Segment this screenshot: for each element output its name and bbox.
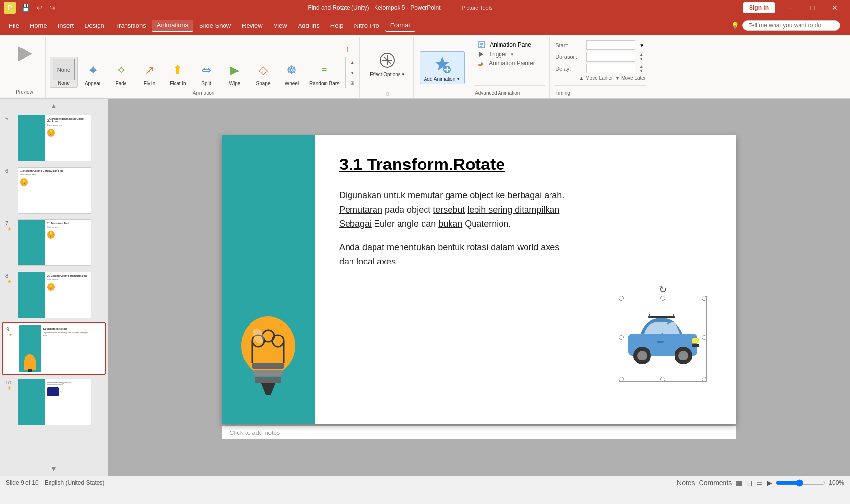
redo-button[interactable]: ↪ — [48, 4, 57, 12]
anim-split[interactable]: ⇔ Split — [193, 58, 220, 88]
menu-nitropro[interactable]: Nitro Pro — [350, 20, 384, 31]
trigger-btn[interactable]: Trigger ▼ — [475, 50, 545, 59]
lightbulb-icon: 💡 — [731, 22, 739, 29]
slide-canvas: 3.1 Transform.Rotate Digunakan untuk mem… — [222, 135, 736, 424]
anim-split-label: Split — [201, 81, 211, 86]
anim-flyin-label: Fly In — [144, 81, 155, 86]
start-arrow[interactable]: ▼ — [639, 43, 644, 48]
picture-tools-label: Picture Tools — [462, 5, 493, 11]
sign-in-button[interactable]: Sign in — [743, 2, 775, 13]
slide-6[interactable]: 6 1.2 Contoh Coding Gerak&Jalan.Find cod… — [2, 165, 106, 216]
delay-up[interactable]: ▲ — [639, 64, 643, 69]
anim-wipe[interactable]: ▶ Wipe — [221, 58, 249, 88]
menu-animations[interactable]: Animations — [152, 20, 193, 32]
duration-up[interactable]: ▲ — [639, 52, 643, 57]
scroll-up-arrow[interactable]: ▲ — [348, 57, 357, 67]
language-indicator: English (United States) — [45, 480, 105, 486]
maximize-button[interactable]: □ — [801, 0, 824, 16]
slide-5[interactable]: 5 1.03 Pendendekan Route Object dan Acce… — [2, 113, 106, 163]
slide-6-num: 6 — [5, 167, 13, 174]
animations-row: None None ✦ Appear ✧ Fade ↗ — [50, 39, 357, 88]
slide-9-star: ★ — [8, 332, 13, 337]
animation-pane-btn[interactable]: Animation Pane — [475, 39, 545, 50]
anim-none-label: None — [58, 80, 70, 86]
anim-fade[interactable]: ✧ Fade — [107, 58, 135, 88]
close-button[interactable]: ✕ — [824, 0, 846, 16]
slide-10[interactable]: 10 ★ World dapat menggunakan... Lorem ip… — [2, 377, 106, 427]
effect-options-group: Effect Options ▼ ⚙ — [362, 37, 414, 98]
menu-slideshow[interactable]: Slide Show — [194, 20, 236, 31]
svg-marker-25 — [261, 383, 275, 395]
effect-options-arrow: ▼ — [401, 72, 405, 77]
anim-randombars[interactable]: ≡ Random Bars — [306, 58, 342, 88]
slide-left-panel — [222, 135, 315, 424]
add-animation-label: Add Animation — [424, 76, 456, 82]
title-bar-left: P 💾 ↩ ↪ — [4, 2, 57, 14]
reorder-btns: ▲ Move Earlier ▼ Move Later — [555, 75, 646, 81]
undo-button[interactable]: ↩ — [35, 4, 45, 12]
duration-down[interactable]: ▼ — [639, 57, 643, 61]
timing-duration-row: Duration: ▲ ▼ — [555, 51, 646, 63]
view-normal-btn[interactable]: ▦ — [736, 479, 742, 487]
animation-effects-group: None None ✦ Appear ✧ Fade ↗ — [48, 37, 360, 98]
tell-me-input[interactable] — [742, 20, 840, 31]
animation-painter-btn[interactable]: Animation Painter — [475, 59, 545, 68]
add-animation-btn[interactable]: Add Animation ▼ — [420, 51, 465, 84]
menu-addins[interactable]: Add-ins — [293, 20, 325, 31]
menu-file[interactable]: File — [4, 20, 24, 31]
view-slideshow-btn[interactable]: ▶ — [767, 479, 772, 487]
anim-shape-label: Shape — [256, 81, 271, 86]
menu-review[interactable]: Review — [237, 20, 268, 31]
lightbulb-image — [229, 307, 307, 414]
slide-9[interactable]: 9 ★ 3.1 Transform.Rotate Digunakan untuk… — [2, 322, 106, 375]
menu-home[interactable]: Home — [25, 20, 52, 31]
timing-start-row: Start: ▼ — [555, 39, 646, 51]
menu-view[interactable]: View — [269, 20, 292, 31]
menu-format[interactable]: Format — [385, 20, 415, 32]
svg-rect-37 — [673, 314, 674, 317]
comments-toggle[interactable]: Comments — [699, 479, 732, 487]
delay-down[interactable]: ▼ — [639, 69, 643, 73]
menu-design[interactable]: Design — [79, 20, 109, 31]
view-outline-btn[interactable]: ▤ — [746, 479, 752, 487]
slide-title: 3.1 Transform.Rotate — [339, 155, 712, 174]
reorder-up-btn[interactable]: ▲ Move Earlier — [579, 75, 613, 81]
slide-panel-scroll-up[interactable]: ▲ — [2, 101, 106, 111]
menu-insert[interactable]: Insert — [53, 20, 79, 31]
anim-shape[interactable]: ◇ Shape — [250, 58, 277, 88]
notes-toggle[interactable]: Notes — [677, 479, 695, 487]
expand-arrow[interactable]: ⊞ — [348, 78, 357, 88]
effect-options-btn[interactable]: Effect Options ▼ — [366, 48, 409, 79]
slide-10-star: ★ — [7, 385, 12, 391]
preview-label: Preview — [16, 89, 33, 96]
animation-label: Animation — [193, 90, 214, 97]
view-reading-btn[interactable]: ▭ — [756, 479, 763, 487]
anim-wipe-label: Wipe — [229, 81, 241, 86]
delay-input[interactable] — [586, 64, 635, 73]
effect-options-area: Effect Options ▼ — [366, 39, 409, 87]
anim-wheel[interactable]: ☸ Wheel — [278, 58, 305, 88]
save-button[interactable]: 💾 — [20, 4, 32, 12]
minimize-button[interactable]: ─ — [778, 0, 801, 16]
slide-panel-scroll-down[interactable]: ▼ — [2, 464, 106, 474]
slide-8[interactable]: 8 ★ 2.2 Contoh Coding Transform.Find Sli… — [2, 270, 106, 320]
scroll-down-arrow[interactable]: ▼ — [348, 68, 357, 77]
reorder-down-btn[interactable]: ▼ Move Later — [615, 75, 646, 81]
anim-appear[interactable]: ✦ Appear — [79, 58, 106, 88]
anim-floatin[interactable]: ⬆ Float In — [164, 58, 192, 88]
menu-transitions[interactable]: Transitions — [110, 20, 151, 31]
duration-label: Duration: — [555, 54, 582, 60]
start-input[interactable] — [586, 40, 635, 50]
menu-help[interactable]: Help — [325, 20, 349, 31]
duration-input[interactable] — [586, 52, 635, 62]
notes-placeholder[interactable]: Click to add notes — [222, 426, 736, 439]
window-controls: ─ □ ✕ — [778, 0, 846, 16]
rotate-handle[interactable]: ↻ — [659, 284, 667, 295]
anim-none[interactable]: None None — [50, 57, 78, 88]
zoom-slider[interactable] — [776, 479, 825, 487]
anim-flyin[interactable]: ↗ Fly In — [136, 58, 163, 88]
svg-rect-23 — [253, 370, 283, 376]
svg-point-31 — [678, 351, 688, 360]
slide-7[interactable]: 7 ★ 2.1 Transform.Find Slide content 💡 — [2, 217, 106, 268]
slide-5-num: 5 — [5, 115, 13, 121]
